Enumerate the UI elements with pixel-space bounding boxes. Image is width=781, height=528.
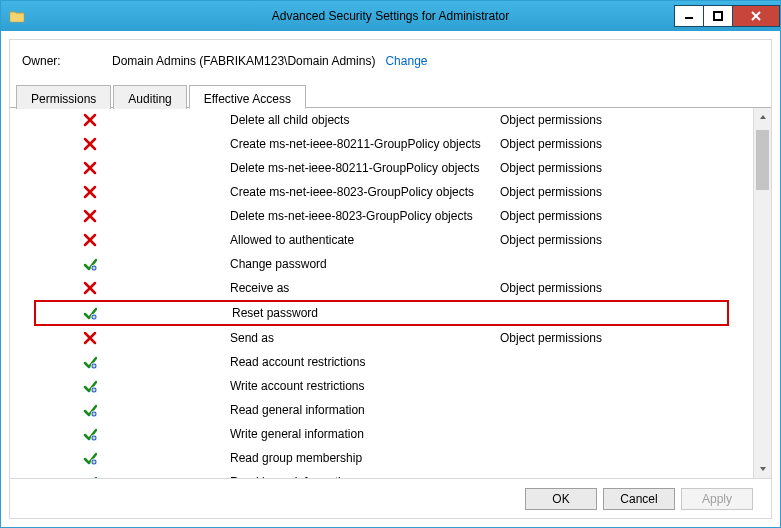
tab-auditing[interactable]: Auditing [113, 85, 186, 109]
deny-icon [80, 331, 100, 345]
table-row[interactable]: Delete ms-net-ieee-8023-GroupPolicy obje… [10, 204, 753, 228]
deny-icon [80, 137, 100, 151]
folder-icon [9, 8, 25, 24]
scroll-thumb[interactable] [756, 130, 769, 190]
access-limited-by: Object permissions [500, 137, 680, 151]
table-row[interactable]: Delete all child objectsObject permissio… [10, 108, 753, 132]
permission-name: Read logon information [230, 475, 500, 478]
access-limited-by: Object permissions [500, 113, 680, 127]
dialog-footer: OK Cancel Apply [10, 478, 771, 518]
access-limited-by: Object permissions [500, 233, 680, 247]
close-button[interactable] [732, 5, 780, 27]
content-pane: Owner: Domain Admins (FABRIKAM123\Domain… [9, 39, 772, 519]
access-limited-by: Object permissions [500, 161, 680, 175]
allow-icon [80, 427, 100, 441]
allow-icon [80, 257, 100, 271]
permission-name: Reset password [232, 306, 502, 320]
table-row[interactable]: Create ms-net-ieee-8023-GroupPolicy obje… [10, 180, 753, 204]
access-limited-by: Object permissions [500, 185, 680, 199]
allow-icon [80, 451, 100, 465]
access-limited-by: Object permissions [500, 281, 680, 295]
deny-icon [80, 185, 100, 199]
permission-name: Read group membership [230, 451, 500, 465]
table-row[interactable]: Read account restrictions [10, 350, 753, 374]
table-row[interactable]: Receive asObject permissions [10, 276, 753, 300]
permission-name: Read account restrictions [230, 355, 500, 369]
effective-access-list: Delete all child objectsObject permissio… [10, 108, 771, 478]
window-frame: Advanced Security Settings for Administr… [0, 0, 781, 528]
table-row[interactable]: Write general information [10, 422, 753, 446]
table-row[interactable]: Read logon information [10, 470, 753, 478]
permission-name: Create ms-net-ieee-80211-GroupPolicy obj… [230, 137, 500, 151]
tab-strip: Permissions Auditing Effective Access [10, 84, 771, 108]
permission-name: Change password [230, 257, 500, 271]
permission-name: Delete all child objects [230, 113, 500, 127]
change-owner-link[interactable]: Change [385, 54, 427, 68]
access-limited-by: Object permissions [500, 209, 680, 223]
cancel-button[interactable]: Cancel [603, 488, 675, 510]
deny-icon [80, 209, 100, 223]
allow-icon [80, 306, 100, 320]
window-title: Advanced Security Settings for Administr… [1, 9, 780, 23]
minimize-button[interactable] [674, 5, 704, 27]
owner-label: Owner: [22, 54, 112, 68]
permission-name: Receive as [230, 281, 500, 295]
deny-icon [80, 161, 100, 175]
access-limited-by: Object permissions [500, 331, 680, 345]
maximize-button[interactable] [703, 5, 733, 27]
table-row[interactable]: Send asObject permissions [10, 326, 753, 350]
apply-button: Apply [681, 488, 753, 510]
allow-icon [80, 355, 100, 369]
owner-value: Domain Admins (FABRIKAM123\Domain Admins… [112, 54, 375, 68]
owner-row: Owner: Domain Admins (FABRIKAM123\Domain… [10, 40, 771, 84]
window-buttons [675, 5, 780, 27]
permission-name: Write general information [230, 427, 500, 441]
table-row[interactable]: Reset password [34, 300, 729, 326]
permission-name: Write account restrictions [230, 379, 500, 393]
list-body[interactable]: Delete all child objectsObject permissio… [10, 108, 753, 478]
allow-icon [80, 379, 100, 393]
scroll-up-button[interactable] [754, 108, 771, 126]
permission-name: Create ms-net-ieee-8023-GroupPolicy obje… [230, 185, 500, 199]
table-row[interactable]: Allowed to authenticateObject permission… [10, 228, 753, 252]
table-row[interactable]: Read group membership [10, 446, 753, 470]
table-row[interactable]: Delete ms-net-ieee-80211-GroupPolicy obj… [10, 156, 753, 180]
deny-icon [80, 233, 100, 247]
permission-name: Send as [230, 331, 500, 345]
deny-icon [80, 281, 100, 295]
permission-name: Delete ms-net-ieee-8023-GroupPolicy obje… [230, 209, 500, 223]
tab-effective-access[interactable]: Effective Access [189, 85, 306, 109]
permission-name: Delete ms-net-ieee-80211-GroupPolicy obj… [230, 161, 500, 175]
vertical-scrollbar[interactable] [753, 108, 771, 478]
ok-button[interactable]: OK [525, 488, 597, 510]
tab-permissions[interactable]: Permissions [16, 85, 111, 109]
svg-rect-1 [714, 12, 722, 20]
deny-icon [80, 113, 100, 127]
scroll-track[interactable] [754, 126, 771, 460]
permission-name: Read general information [230, 403, 500, 417]
table-row[interactable]: Create ms-net-ieee-80211-GroupPolicy obj… [10, 132, 753, 156]
table-row[interactable]: Read general information [10, 398, 753, 422]
permission-name: Allowed to authenticate [230, 233, 500, 247]
table-row[interactable]: Change password [10, 252, 753, 276]
titlebar[interactable]: Advanced Security Settings for Administr… [1, 1, 780, 31]
allow-icon [80, 475, 100, 478]
scroll-down-button[interactable] [754, 460, 771, 478]
allow-icon [80, 403, 100, 417]
table-row[interactable]: Write account restrictions [10, 374, 753, 398]
